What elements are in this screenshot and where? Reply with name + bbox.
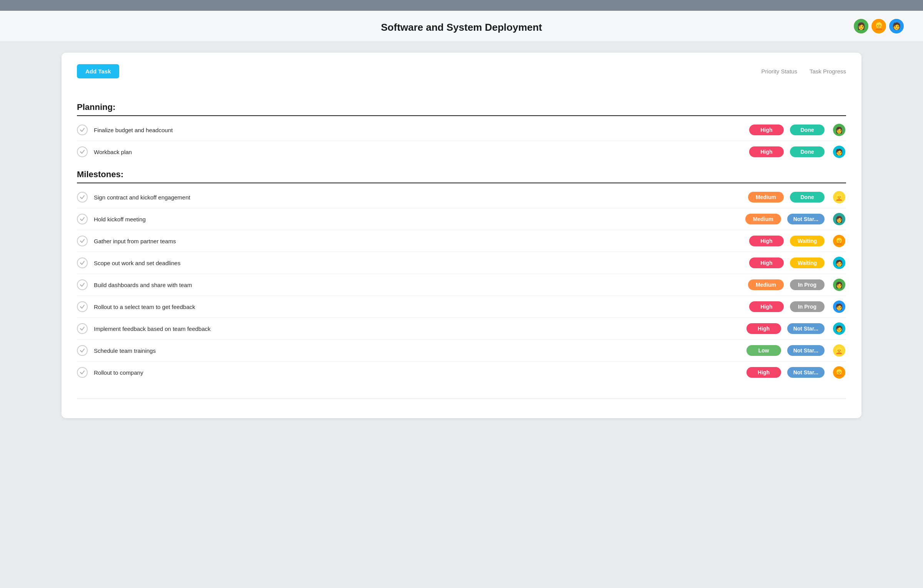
task-badges: High Done 🧑	[749, 145, 846, 159]
task-name: Hold kickoff meeting	[94, 216, 745, 223]
check-icon	[77, 192, 88, 203]
task-row: Rollout to company High Not Star... 👱	[77, 362, 846, 383]
task-avatar: 🧑	[832, 256, 846, 270]
section-title-planning: Planning:	[77, 95, 846, 115]
section-planning: Planning: Finalize budget and headcount …	[77, 95, 846, 163]
task-name: Rollout to company	[94, 369, 746, 376]
task-name: Implement feedback based on team feedbac…	[94, 326, 746, 332]
status-badge: Not Star...	[787, 214, 825, 224]
task-badges: High Not Star... 🧑	[746, 322, 846, 336]
header: Software and System Deployment 👩 👱 🧑	[0, 11, 923, 41]
task-avatar: 🧑	[832, 300, 846, 314]
task-badges: High Not Star... 👱	[746, 365, 846, 379]
task-badges: High In Prog 🧑	[749, 300, 846, 314]
task-row: Scope out work and set deadlines High Wa…	[77, 252, 846, 274]
task-avatar: 🧑	[832, 145, 846, 159]
add-task-button[interactable]: Add Task	[77, 64, 119, 78]
status-badge: Waiting	[790, 257, 825, 268]
status-badge: Done	[790, 192, 825, 203]
task-row: Hold kickoff meeting Medium Not Star... …	[77, 208, 846, 230]
section-title-milestones: Milestones:	[77, 163, 846, 183]
page-title: Software and System Deployment	[381, 22, 542, 33]
check-icon	[77, 279, 88, 290]
header-avatar-3: 🧑	[888, 18, 905, 34]
task-badges: High Waiting 🧑	[749, 256, 846, 270]
status-badge: Waiting	[790, 236, 825, 246]
priority-badge: Medium	[745, 214, 781, 224]
card-header: Add Task Priority Status Task Progress	[77, 64, 846, 85]
status-badge: In Prog	[790, 279, 825, 290]
task-avatar: 👱	[832, 190, 846, 204]
section-divider-milestones	[77, 183, 846, 183]
task-badges: High Done 👩	[749, 123, 846, 137]
status-badge: Done	[790, 125, 825, 135]
task-row: Rollout to a select team to get feedback…	[77, 296, 846, 318]
task-row: Schedule team trainings Low Not Star... …	[77, 340, 846, 362]
task-avatar: 👩	[832, 212, 846, 226]
task-badges: Low Not Star... 👱	[746, 344, 846, 357]
task-name: Scope out work and set deadlines	[94, 260, 749, 266]
status-badge: Not Star...	[787, 367, 825, 378]
task-row: Sign contract and kickoff engagement Med…	[77, 186, 846, 208]
col-progress-label: Task Progress	[810, 68, 846, 75]
task-name: Sign contract and kickoff engagement	[94, 194, 748, 201]
task-name: Build dashboards and share with team	[94, 282, 748, 288]
check-icon	[77, 345, 88, 356]
top-bar	[0, 0, 923, 11]
header-avatar-2: 👱	[871, 18, 887, 34]
priority-badge: Medium	[748, 279, 784, 290]
footer-divider	[77, 399, 846, 399]
task-avatar: 👱	[832, 234, 846, 248]
check-icon	[77, 257, 88, 268]
status-badge: Done	[790, 146, 825, 157]
task-avatar: 👩	[832, 123, 846, 137]
task-badges: Medium Not Star... 👩	[745, 212, 846, 226]
task-avatar: 👱	[832, 344, 846, 357]
task-name: Finalize budget and headcount	[94, 127, 749, 133]
task-avatar: 🧑	[832, 322, 846, 336]
priority-badge: High	[749, 125, 784, 135]
priority-badge: Low	[746, 345, 781, 356]
task-badges: Medium In Prog 👩	[748, 278, 846, 292]
task-row: Workback plan High Done 🧑	[77, 141, 846, 163]
priority-badge: High	[746, 323, 781, 334]
task-row: Implement feedback based on team feedbac…	[77, 318, 846, 340]
check-icon	[77, 367, 88, 378]
priority-badge: Medium	[748, 192, 784, 203]
check-icon	[77, 125, 88, 135]
section-milestones: Milestones: Sign contract and kickoff en…	[77, 163, 846, 383]
check-icon	[77, 146, 88, 157]
task-name: Gather input from partner teams	[94, 238, 749, 244]
header-avatars: 👩 👱 🧑	[853, 18, 905, 34]
col-priority-label: Priority Status	[761, 68, 797, 75]
task-name: Rollout to a select team to get feedback	[94, 304, 749, 310]
task-name: Schedule team trainings	[94, 347, 746, 354]
priority-badge: High	[746, 367, 781, 378]
task-row: Build dashboards and share with team Med…	[77, 274, 846, 296]
card: Add Task Priority Status Task Progress P…	[62, 53, 861, 418]
task-avatar: 👩	[832, 278, 846, 292]
task-avatar: 👱	[832, 365, 846, 379]
header-avatar-1: 👩	[853, 18, 869, 34]
check-icon	[77, 301, 88, 312]
check-icon	[77, 214, 88, 224]
priority-badge: High	[749, 146, 784, 157]
status-badge: Not Star...	[787, 345, 825, 356]
priority-badge: High	[749, 301, 784, 312]
status-badge: Not Star...	[787, 323, 825, 334]
task-badges: Medium Done 👱	[748, 190, 846, 204]
task-row: Finalize budget and headcount High Done …	[77, 119, 846, 141]
main-content: Add Task Priority Status Task Progress P…	[0, 41, 923, 430]
check-icon	[77, 323, 88, 334]
task-row: Gather input from partner teams High Wai…	[77, 230, 846, 252]
status-badge: In Prog	[790, 301, 825, 312]
task-name: Workback plan	[94, 149, 749, 155]
check-icon	[77, 236, 88, 246]
priority-badge: High	[749, 236, 784, 246]
priority-badge: High	[749, 257, 784, 268]
column-labels: Priority Status Task Progress	[761, 68, 846, 75]
task-badges: High Waiting 👱	[749, 234, 846, 248]
section-divider-planning	[77, 115, 846, 116]
